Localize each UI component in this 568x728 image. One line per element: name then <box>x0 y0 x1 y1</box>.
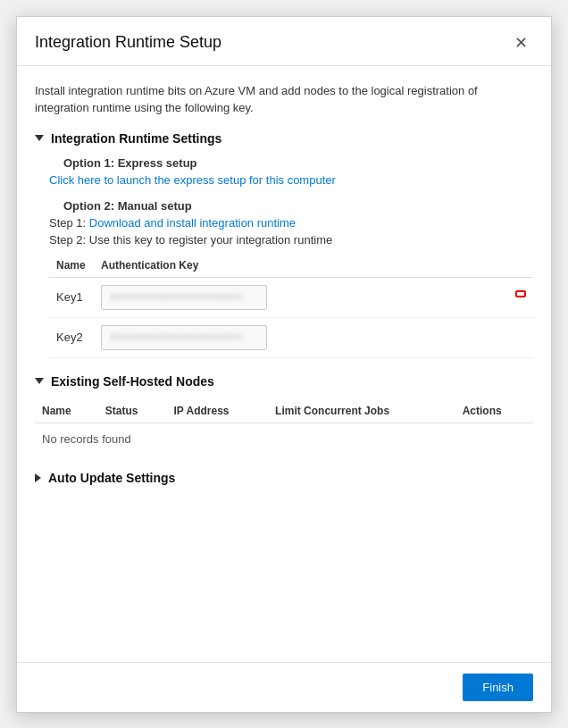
nodes-col-ip: IP Address <box>167 399 269 423</box>
key2-name: Key2 <box>49 317 94 357</box>
key1-actions <box>508 277 533 317</box>
nodes-table: Name Status IP Address Limit Concurrent … <box>35 399 533 455</box>
section-nodes-title: Existing Self-Hosted Nodes <box>51 374 214 389</box>
nodes-col-name: Name <box>35 399 98 423</box>
key1-copy-button[interactable] <box>515 290 526 297</box>
dialog-footer: Finish <box>17 662 551 712</box>
key1-refresh-button[interactable] <box>515 297 526 305</box>
table-row: Key1 <box>49 277 533 317</box>
section-nodes-header[interactable]: Existing Self-Hosted Nodes <box>35 374 533 389</box>
option2-block: Option 2: Manual setup Step 1: Download … <box>49 199 533 358</box>
key1-name: Key1 <box>49 277 94 317</box>
col-name-header: Name <box>49 254 94 278</box>
key2-copy-button[interactable] <box>515 331 526 338</box>
section-runtime-settings: Integration Runtime Settings Option 1: E… <box>35 131 533 358</box>
section-auto-update-title: Auto Update Settings <box>48 471 175 485</box>
dialog-body: Install integration runtime bits on Azur… <box>17 66 551 662</box>
step1-prefix: Step 1: <box>49 216 89 230</box>
col-authkey-header: Authentication Key <box>94 254 508 278</box>
nodes-col-limit: Limit Concurrent Jobs <box>268 399 455 423</box>
no-records-text: No records found <box>35 423 533 455</box>
key2-actions <box>508 317 533 357</box>
key2-value-cell <box>94 317 508 357</box>
integration-runtime-setup-dialog: Integration Runtime Setup ✕ Install inte… <box>16 16 552 713</box>
section-self-hosted-nodes: Existing Self-Hosted Nodes Name Status I… <box>35 374 533 455</box>
nodes-col-actions: Actions <box>455 399 533 423</box>
section-auto-update: Auto Update Settings <box>35 471 533 485</box>
step1-text: Step 1: Download and install integration… <box>49 216 533 230</box>
expand-icon-auto-update <box>35 473 41 482</box>
close-button[interactable]: ✕ <box>509 33 533 53</box>
section-runtime-settings-header[interactable]: Integration Runtime Settings <box>35 131 533 146</box>
description-text: Install integration runtime bits on Azur… <box>35 82 533 117</box>
finish-button[interactable]: Finish <box>463 674 533 701</box>
dialog-header: Integration Runtime Setup ✕ <box>17 17 551 66</box>
option1-title: Option 1: Express setup <box>63 156 533 170</box>
option1-block: Option 1: Express setup Click here to la… <box>49 156 533 187</box>
table-row: Key2 <box>49 317 533 357</box>
dialog-title: Integration Runtime Setup <box>35 33 221 52</box>
keys-table: Name Authentication Key Key1 <box>49 254 533 358</box>
collapse-icon-nodes <box>35 378 44 384</box>
download-link[interactable]: Download and install integration runtime <box>89 216 296 230</box>
section-runtime-settings-title: Integration Runtime Settings <box>51 131 221 146</box>
key1-input[interactable] <box>101 285 267 310</box>
express-setup-link[interactable]: Click here to launch the express setup f… <box>49 173 336 187</box>
step2-text: Step 2: Use this key to register your in… <box>49 233 533 247</box>
nodes-col-status: Status <box>98 399 167 423</box>
key2-refresh-button[interactable] <box>515 338 526 345</box>
option2-title: Option 2: Manual setup <box>63 199 533 213</box>
collapse-icon-runtime <box>35 135 44 141</box>
table-row: No records found <box>35 423 533 455</box>
key2-input[interactable] <box>101 325 267 350</box>
section-auto-update-header[interactable]: Auto Update Settings <box>35 471 533 485</box>
key1-value-cell <box>94 277 508 317</box>
